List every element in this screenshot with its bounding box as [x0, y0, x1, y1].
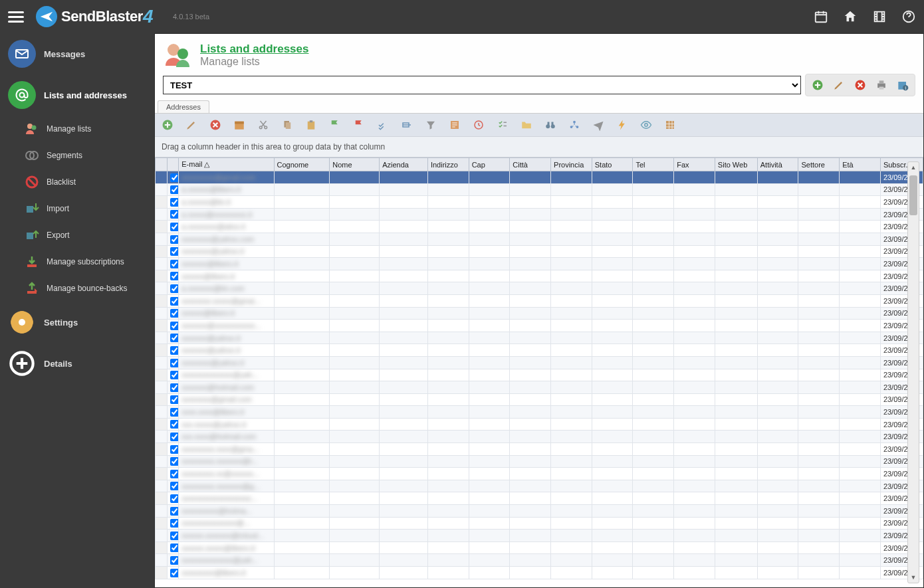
row-checkbox-cell[interactable] [167, 233, 179, 245]
cell-eta[interactable] [840, 505, 881, 518]
table-row[interactable]: xxxxxxxx@gmail.com23/09/20... [156, 393, 923, 406]
cell-attivita[interactable] [757, 492, 798, 505]
row-checkbox-cell[interactable] [167, 307, 179, 320]
cell-email[interactable]: xxxxxxxxx.xxxxxxx@t... [179, 455, 274, 468]
cell-cap[interactable] [469, 245, 510, 258]
cell-azienda[interactable] [380, 517, 428, 530]
cell-settore[interactable] [798, 554, 840, 567]
cell-cognome[interactable] [274, 541, 330, 554]
cell-eta[interactable] [840, 208, 881, 221]
cell-azienda[interactable] [380, 183, 428, 196]
table-row[interactable]: xxxx.xxxx@libero.it23/09/20... [156, 406, 923, 419]
cell-tel[interactable] [633, 183, 674, 196]
cell-eta[interactable] [840, 381, 881, 394]
cell-eta[interactable] [840, 455, 881, 468]
cell-provincia[interactable] [551, 381, 592, 394]
cell-nome[interactable] [330, 332, 380, 344]
cell-azienda[interactable] [380, 530, 428, 542]
cell-azienda[interactable] [380, 307, 428, 320]
cell-email[interactable]: xxxxxxxxx@libero.it [179, 567, 274, 579]
cell-fax[interactable] [674, 245, 715, 258]
table-row[interactable]: xxxxxxxxxxxxxxxxxxx...23/09/20... [156, 492, 923, 505]
cell-cap[interactable] [469, 196, 510, 209]
cell-citta[interactable] [510, 505, 551, 518]
cell-cap[interactable] [469, 270, 510, 282]
tb-check-all-button[interactable] [376, 118, 390, 132]
row-checkbox[interactable] [170, 284, 179, 293]
cell-fax[interactable] [674, 393, 715, 406]
cell-cognome[interactable] [274, 431, 330, 443]
cell-nome[interactable] [330, 307, 380, 320]
row-checkbox-cell[interactable] [167, 492, 179, 505]
row-checkbox-cell[interactable] [167, 517, 179, 530]
cell-provincia[interactable] [551, 418, 592, 431]
cell-azienda[interactable] [380, 270, 428, 282]
sidebar-item-import[interactable]: Import [0, 195, 154, 222]
cell-cap[interactable] [469, 294, 510, 307]
cell-nome[interactable] [330, 196, 380, 209]
cell-indirizzo[interactable] [427, 431, 469, 443]
cell-azienda[interactable] [380, 480, 428, 492]
cell-provincia[interactable] [551, 406, 592, 419]
sidebar-item-manage-lists[interactable]: Manage lists [0, 116, 154, 142]
cell-fax[interactable] [674, 332, 715, 344]
col-sq[interactable] [156, 158, 168, 171]
cell-fax[interactable] [674, 431, 715, 443]
cell-attivita[interactable] [757, 208, 798, 221]
cell-provincia[interactable] [551, 171, 592, 184]
cell-provincia[interactable] [551, 183, 592, 196]
cell-tel[interactable] [633, 554, 674, 567]
cell-indirizzo[interactable] [427, 245, 469, 258]
table-row[interactable]: xxxxxxxxxxxxxxx@...23/09/20... [156, 517, 923, 530]
cell-nome[interactable] [330, 431, 380, 443]
cell-attivita[interactable] [757, 196, 798, 209]
cell-cap[interactable] [469, 492, 510, 505]
cell-tel[interactable] [633, 307, 674, 320]
cell-indirizzo[interactable] [427, 393, 469, 406]
cell-provincia[interactable] [551, 208, 592, 221]
tb-binoculars-button[interactable] [543, 118, 558, 132]
cell-eta[interactable] [840, 393, 881, 406]
cell-provincia[interactable] [551, 492, 592, 505]
cell-email[interactable]: a.xxxxxxxx@alice.it [179, 221, 274, 233]
table-row[interactable]: xxxxxxx@xxxxxxxxxxx...23/09/20... [156, 320, 923, 332]
cell-citta[interactable] [510, 196, 551, 209]
cell-provincia[interactable] [551, 480, 592, 492]
help-icon[interactable] [901, 9, 916, 24]
cell-citta[interactable] [510, 320, 551, 332]
row-checkbox-cell[interactable] [167, 294, 179, 307]
row-checkbox[interactable] [170, 247, 179, 256]
vertical-scrollbar[interactable]: ▲ ▼ [907, 161, 919, 583]
cell-sitoweb[interactable] [715, 517, 757, 530]
cell-provincia[interactable] [551, 196, 592, 209]
cell-cap[interactable] [469, 233, 510, 245]
cell-provincia[interactable] [551, 393, 592, 406]
cell-tel[interactable] [633, 208, 674, 221]
col-stato[interactable]: Stato [592, 158, 633, 171]
cell-fax[interactable] [674, 505, 715, 518]
cell-provincia[interactable] [551, 431, 592, 443]
cell-azienda[interactable] [380, 332, 428, 344]
cell-email[interactable]: xxxxxx.xxxxx@libero.it [179, 541, 274, 554]
row-checkbox[interactable] [170, 371, 179, 379]
cell-fax[interactable] [674, 208, 715, 221]
cell-eta[interactable] [840, 492, 881, 505]
table-row[interactable]: a.xxxxxxxx@alice.it23/09/20... [156, 221, 923, 233]
cell-azienda[interactable] [380, 221, 428, 233]
cell-cognome[interactable] [274, 381, 330, 394]
cell-cognome[interactable] [274, 530, 330, 542]
cell-cognome[interactable] [274, 468, 330, 480]
cell-attivita[interactable] [757, 245, 798, 258]
table-row[interactable]: xxxxxxxx.xxxxx@gmai...23/09/20... [156, 294, 923, 307]
cell-tel[interactable] [633, 406, 674, 419]
row-checkbox[interactable] [170, 334, 179, 342]
cell-provincia[interactable] [551, 344, 592, 357]
row-checkbox[interactable] [170, 185, 179, 194]
row-checkbox-cell[interactable] [167, 221, 179, 233]
cell-tel[interactable] [633, 258, 674, 270]
cell-attivita[interactable] [757, 344, 798, 357]
cell-tel[interactable] [633, 455, 674, 468]
cell-stato[interactable] [592, 208, 633, 221]
cell-eta[interactable] [840, 431, 881, 443]
cell-nome[interactable] [330, 221, 380, 233]
